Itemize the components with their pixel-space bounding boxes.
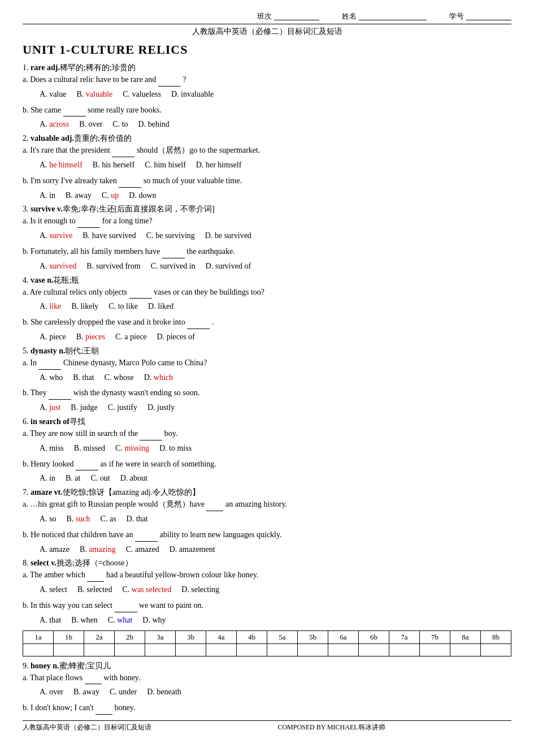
vocab-num: 1.: [23, 63, 31, 72]
question-mid: as if he were in search of something.: [101, 460, 216, 468]
choice-text: selected: [86, 585, 112, 594]
choice-text: who: [49, 373, 63, 382]
choice-label: C.: [102, 191, 109, 200]
blank: [49, 399, 71, 400]
answer-cell: [481, 643, 511, 656]
choice-text: about: [130, 474, 147, 482]
choice: A. over: [40, 688, 63, 696]
choice-label: A.: [40, 231, 47, 240]
choice-label: D.: [148, 302, 156, 310]
choices: A. inB. awayC. upD. down: [40, 189, 511, 202]
choice: B. pieces: [76, 332, 105, 341]
question-b: b. I'm sorry I've already taken so much …: [23, 174, 511, 188]
choices: A. overB. awayC. underD. beneath: [40, 685, 511, 699]
choice-text: under: [119, 688, 137, 696]
vocab-term-line: 6. in search of寻找: [23, 417, 511, 427]
question-end: ?: [181, 75, 186, 84]
choice: D. amazement: [170, 545, 215, 554]
class-line: [274, 12, 319, 20]
blank: [158, 86, 181, 87]
choice-label: D.: [120, 474, 128, 482]
vocab-num: 5.: [23, 347, 31, 355]
question-mid: Chinese dynasty, Marco Polo came to Chin…: [63, 358, 207, 367]
question-text: In: [30, 358, 38, 367]
choice: D. liked: [148, 302, 173, 310]
choices: A. survivedB. survived fromC. survived i…: [40, 260, 511, 273]
blank: [119, 187, 141, 188]
choice-label: A.: [40, 545, 47, 554]
answer-cell: [54, 643, 84, 656]
question-letter: b.: [23, 106, 31, 114]
choice-label: B.: [86, 262, 94, 270]
choice: D. to miss: [159, 444, 192, 452]
choice-text: survive: [49, 231, 72, 240]
choice-label: D.: [170, 545, 177, 554]
choice-label: C.: [151, 262, 158, 270]
class-field: 班次: [257, 11, 319, 21]
choice-label: D.: [205, 231, 213, 240]
vocab-def: 蜜;蜂蜜;宝贝儿: [59, 662, 111, 670]
choice: A. survive: [40, 231, 72, 240]
choice: D. justly: [147, 403, 175, 412]
answer-cell: [267, 643, 298, 656]
choice: D. why: [142, 616, 166, 624]
blank: [115, 612, 137, 612]
choice: C. to: [112, 120, 128, 128]
vocab-term: vase n.: [31, 276, 53, 284]
choice: C. justify: [108, 403, 137, 412]
answer-header: 7a: [389, 630, 420, 643]
choice-label: D.: [142, 616, 150, 624]
choice: B. likely: [71, 302, 98, 310]
question-mid: some really rare books.: [88, 106, 162, 114]
question-b: b. Fortunately, all his family members h…: [23, 245, 511, 258]
choice: D. her himself: [196, 161, 242, 169]
answer-cell: [206, 643, 237, 656]
choice-label: D.: [138, 120, 146, 128]
vocab-item-9: 9. honey n.蜜;蜂蜜;宝贝儿a. That place flows w…: [23, 661, 511, 715]
question-letter: b.: [23, 460, 31, 468]
vocab-item-6: 6. in search of寻找a. They are now still i…: [23, 417, 511, 485]
question-text: It's rare that the president: [30, 146, 112, 154]
answer-cell: [389, 643, 420, 656]
blank-short: [87, 581, 104, 582]
choice-label: C.: [110, 688, 117, 696]
vocab-num: 6.: [23, 417, 31, 426]
choices: A. thatB. whenC. whatD. why: [40, 614, 511, 627]
question-b: b. She carelessly dropped the vase and i…: [23, 316, 511, 329]
question-letter: a.: [23, 358, 30, 367]
question-letter: a.: [23, 75, 30, 84]
vocab-num: 8.: [23, 559, 31, 567]
choice-label: C.: [126, 545, 133, 554]
choice-label: C.: [90, 474, 98, 482]
choice-label: B.: [67, 515, 74, 523]
choice: D. selecting: [181, 585, 219, 594]
choice: D. invaluable: [171, 90, 214, 98]
question-letter: a.: [23, 429, 30, 438]
question-letter: a.: [23, 288, 29, 296]
class-label: 班次: [257, 11, 272, 21]
choice-text: miss: [49, 444, 64, 452]
choice: B. his herself: [93, 161, 134, 169]
question-end: .: [210, 318, 214, 326]
question-a: a. The amber which had a beautiful yello…: [23, 568, 511, 582]
choice-text: survived in: [160, 262, 196, 270]
choice-label: D.: [196, 161, 204, 169]
answer-header: 2b: [115, 630, 145, 643]
question-b: b. I don't know; I can't honey.: [23, 701, 511, 715]
choice: D. survived of: [206, 262, 251, 270]
choice: C. out: [90, 474, 110, 482]
choice-label: A.: [40, 444, 47, 452]
choice: B. judge: [71, 403, 97, 412]
choice-text: survived: [49, 262, 76, 270]
choice-text: up: [111, 191, 119, 200]
answer-header: 4b: [237, 630, 267, 643]
vocab-term: dynasty n.: [31, 347, 65, 355]
vocab-term: select v.: [31, 559, 57, 567]
choice: B. survived from: [86, 262, 140, 270]
choice-label: D.: [157, 332, 165, 341]
id-line: [466, 12, 511, 20]
choices: A. selectB. selectedC. was selectedD. se…: [40, 583, 511, 597]
vocab-def: 挑选;选择（=choose）: [57, 559, 133, 567]
choice-text: that: [49, 616, 61, 624]
question-text: They: [31, 388, 49, 397]
